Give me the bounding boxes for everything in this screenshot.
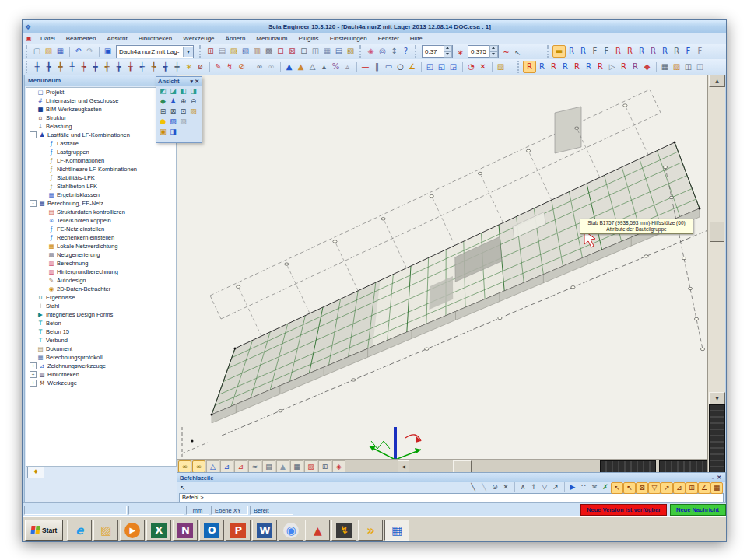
opening-tool-icon[interactable]: ╉ <box>101 61 113 73</box>
cursor-snap-icon[interactable]: ▶ <box>567 482 578 492</box>
expand-toggle-icon[interactable]: - <box>30 200 37 207</box>
measure-tool-icon[interactable]: ø <box>195 61 206 73</box>
curve-tool-icon[interactable]: ~ <box>500 47 512 59</box>
new-version-alert[interactable]: Neue Version ist verfügbar <box>580 504 667 516</box>
help-cursor-icon[interactable]: ? <box>400 45 412 58</box>
table-icon[interactable]: ▦ <box>321 45 333 58</box>
draw-circle-icon[interactable]: ○ <box>395 61 406 73</box>
menu-item-bearbeiten[interactable]: Bearbeiten <box>61 33 102 44</box>
horizontal-scrollbar-thumb[interactable] <box>453 460 472 473</box>
menu-item-einstellungen[interactable]: Einstellungen <box>324 33 373 44</box>
snap-line-icon[interactable]: ∠ <box>698 482 710 494</box>
tree-item-zeichnungswerkzeuge[interactable]: +⊿Zeichnungswerkzeuge <box>26 362 176 370</box>
delete-selection-icon[interactable]: ✕ <box>477 61 489 73</box>
tree-item-verbund[interactable]: TVerbund <box>26 336 176 345</box>
snap-midpoint-icon[interactable]: ↖ <box>623 482 636 494</box>
redo-icon[interactable]: ↷ <box>84 45 96 58</box>
tree-item-integriertes-design-forms[interactable]: ▶Integriertes Design Forms <box>26 310 176 319</box>
wall-tool-icon[interactable]: ╀ <box>66 61 78 73</box>
diamond-marker-icon[interactable]: ◆ <box>641 61 653 73</box>
scale-spinner-1[interactable]: 0.37 <box>422 45 453 58</box>
outlook-taskbar-button[interactable]: O <box>199 520 224 541</box>
new-document-icon[interactable]: ▢ <box>31 45 43 58</box>
story-levels-icon[interactable]: ≈ <box>248 460 261 473</box>
tree-item-werkzeuge[interactable]: +⚒Werkzeuge <box>26 379 176 387</box>
scale-spinner-2[interactable]: 0.375 <box>468 45 499 58</box>
intersection-snap-icon[interactable]: ✕ <box>500 482 511 492</box>
tree-item-strukturdaten-kontrollieren[interactable]: ▤Strukturdaten kontrollieren <box>26 208 176 216</box>
view-front-icon[interactable]: F <box>589 45 601 58</box>
shadow-icon[interactable]: ▧ <box>178 116 188 126</box>
spinner-up-button[interactable] <box>444 45 452 51</box>
render-edges-icon[interactable]: R <box>612 45 624 58</box>
column-tool-icon[interactable]: ╊ <box>43 61 54 73</box>
render-mountain-icon[interactable]: ▲ <box>276 460 289 473</box>
layers-stack-icon[interactable]: ▤ <box>262 460 275 473</box>
draw-arc-icon[interactable]: ∠ <box>406 61 418 73</box>
play-animation-icon[interactable]: ▷ <box>606 61 618 73</box>
menu-item-ndern[interactable]: Ändern <box>220 33 251 44</box>
tree-item-teile-knoten-koppeln[interactable]: ∞Teile/Knoten koppeln <box>26 216 176 225</box>
document-icon[interactable]: ▤ <box>333 45 345 58</box>
spinner-up-button[interactable] <box>489 45 498 51</box>
draw-rectangle-icon[interactable]: ▭ <box>383 61 395 73</box>
tree-item-beton-15[interactable]: TBeton 15 <box>26 327 176 336</box>
draw-polyline-icon[interactable]: ‖ <box>371 61 383 73</box>
color-palette-icon[interactable]: ◈ <box>365 45 377 58</box>
view-bottom-icon[interactable]: F <box>694 45 706 58</box>
rotate-reset-icon[interactable]: R <box>583 61 594 73</box>
angle-view-icon[interactable]: ▵ <box>342 61 353 73</box>
rotate-z-icon[interactable]: R <box>548 61 559 73</box>
render-deformed-icon[interactable]: R <box>659 45 671 58</box>
snap-tangent-icon[interactable]: ↗ <box>661 482 673 494</box>
export-image-icon[interactable]: ▧ <box>345 45 356 58</box>
tree-item-linienraster-und-geschosse[interactable]: #Linienraster und Geschosse <box>26 96 176 105</box>
rotate-90-icon[interactable]: R <box>571 61 583 73</box>
search-member-icon[interactable]: ▲ <box>295 61 307 73</box>
node-tool-icon[interactable]: ╆ <box>113 61 124 73</box>
link-close-icon[interactable]: ∞ <box>265 61 277 73</box>
expand-toggle-icon[interactable]: + <box>30 371 37 378</box>
tree-item-netzgenerierung[interactable]: ▩Netzgenerierung <box>26 250 176 259</box>
tree-item-lokale-netzverdichtung[interactable]: ▦Lokale Netzverdichtung <box>26 242 176 250</box>
expand-toggle-icon[interactable]: + <box>30 362 37 369</box>
link-nodes-icon[interactable]: ∞ <box>192 460 205 473</box>
tree-item-rechenkern-einstellen[interactable]: ƒRechenkern einstellen <box>26 233 176 242</box>
project-manager-icon[interactable]: ▣ <box>102 45 114 58</box>
tree-item-projekt[interactable]: ▢Projekt <box>26 88 176 96</box>
percent-view-icon[interactable]: % <box>330 61 342 73</box>
open-recent-icon[interactable]: ▨ <box>495 61 507 73</box>
vertex-snap-icon[interactable]: ∧ <box>517 482 528 492</box>
snap-mode-icon[interactable]: △ <box>206 460 219 473</box>
undo-icon[interactable]: ↶ <box>72 45 84 58</box>
render-transparent-icon[interactable]: R <box>577 45 589 58</box>
hinge-tool-icon[interactable]: ╁ <box>124 61 136 73</box>
chevron-down-icon[interactable]: ▾ <box>183 47 193 57</box>
snap-perpendicular-icon[interactable]: ▽ <box>648 482 661 494</box>
tree-item-berechnung-fe-netz[interactable]: -▦Berechnung, FE-Netz <box>26 199 176 208</box>
binoculars-icon[interactable]: ▲ <box>283 61 295 73</box>
erase-icon[interactable]: ⊘ <box>236 61 247 73</box>
line-snap-icon[interactable]: ╲ <box>468 482 479 492</box>
menu-item-plugins[interactable]: Plugins <box>293 33 324 44</box>
printer-icon[interactable]: ⊟ <box>298 45 310 58</box>
menu-item-ansicht[interactable]: Ansicht <box>101 33 132 44</box>
menu-tree-tab[interactable]: ♦ <box>27 467 44 478</box>
star-tool-icon[interactable]: ∗ <box>183 61 195 73</box>
exclude-icon[interactable]: ✗ <box>600 482 611 492</box>
start-button[interactable]: Start <box>25 520 63 541</box>
media-player-taskbar-button[interactable]: ▶ <box>120 520 145 541</box>
rotate-snap-icon[interactable]: R <box>618 61 630 73</box>
spinner-down-button[interactable] <box>444 51 452 58</box>
tree-item-beton[interactable]: TBeton <box>26 319 176 327</box>
beam-tool-icon[interactable]: ╂ <box>31 61 43 73</box>
tree-item-belastung[interactable]: ↓Belastung <box>26 122 176 131</box>
file-explorer-taskbar-button[interactable]: ▨ <box>93 520 118 541</box>
move-member-icon[interactable]: ↯ <box>224 61 236 73</box>
grid-tool-icon[interactable]: ┿ <box>171 61 183 73</box>
data-table-icon[interactable]: ▦ <box>290 460 303 473</box>
snap-intersect-icon[interactable]: ⊠ <box>636 482 648 494</box>
ortho-icon[interactable]: ≍ <box>589 482 600 492</box>
excel-taskbar-button[interactable]: X <box>146 520 171 541</box>
render-lights-icon[interactable]: R <box>671 45 682 58</box>
